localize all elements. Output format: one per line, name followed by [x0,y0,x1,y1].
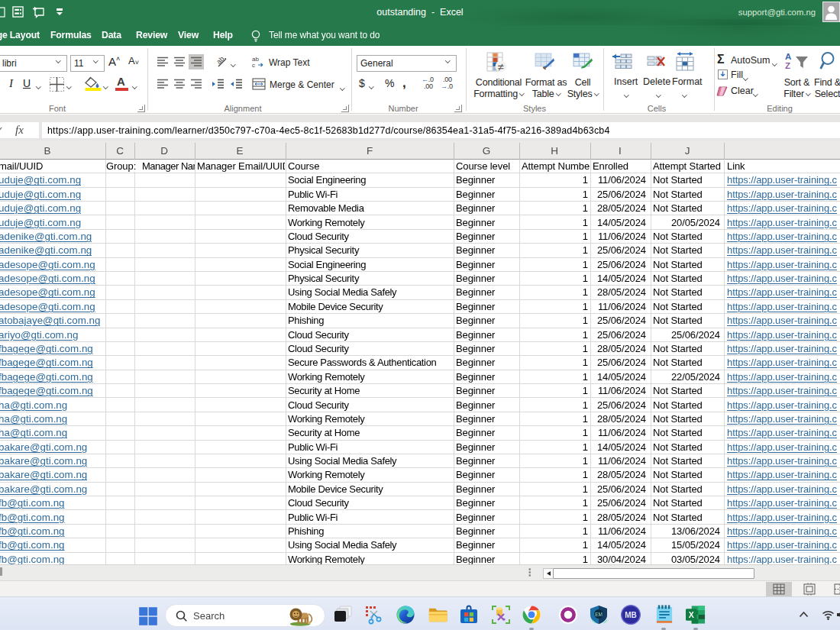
svg-text:≠: ≠ [498,60,504,73]
svg-text:c: c [252,62,255,68]
svg-text:X: X [689,610,694,619]
svg-text:MB: MB [625,611,637,619]
svg-text:EM: EM [595,612,603,617]
svg-text:ab: ab [216,55,225,66]
